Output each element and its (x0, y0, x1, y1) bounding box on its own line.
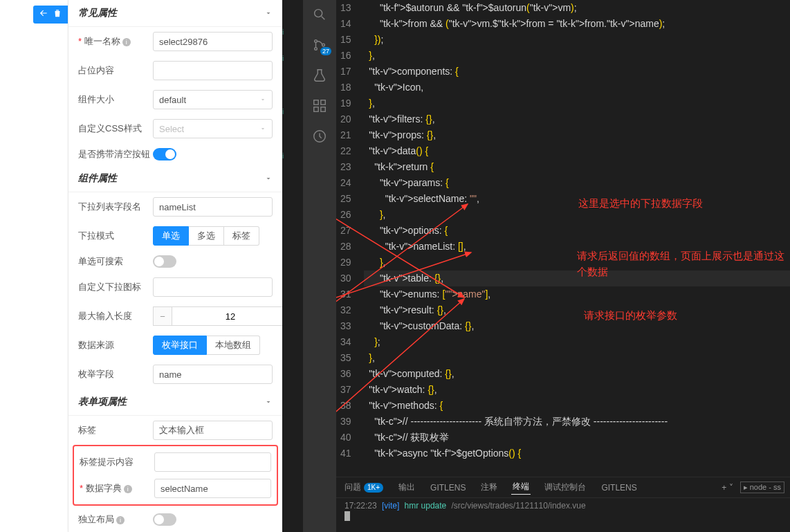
unique-name-input[interactable] (153, 32, 273, 51)
row-label-tip: 标签提示内容 (74, 449, 277, 475)
mode-tag[interactable]: 标签 (224, 226, 259, 246)
row-layout: 独立布局i (68, 508, 282, 531)
tab-debug[interactable]: 调试控制台 (543, 481, 587, 493)
terminal-cursor (345, 511, 350, 521)
svg-point-1 (315, 40, 318, 43)
terminal-panel: 问题1K+ 输出 GITLENS 注释 终端 调试控制台 GITLENS + ˅… (336, 477, 790, 532)
max-len-stepper[interactable]: − + (153, 306, 282, 326)
layout-toggle[interactable] (153, 513, 176, 526)
mode-single[interactable]: 单选 (153, 226, 189, 246)
ds-enum[interactable]: 枚举接口 (153, 336, 207, 355)
terminal-output[interactable]: 17:22:23 [vite] hmr update /src/views/tr… (336, 498, 790, 524)
svg-point-0 (315, 10, 322, 17)
row-form-label: 标签 (68, 416, 282, 445)
row-unique-name: 唯一名称i (68, 27, 282, 56)
ds-local[interactable]: 本地数组 (207, 336, 260, 355)
chevron-down-icon (264, 398, 273, 406)
row-data-source: 数据来源 枚举接口 本地数组 (68, 331, 282, 360)
extensions-icon[interactable] (311, 97, 329, 115)
activity-bar: 27 (303, 0, 336, 532)
search-icon[interactable] (311, 6, 329, 24)
svg-rect-4 (314, 100, 318, 104)
searchable-toggle[interactable] (153, 255, 176, 268)
info-icon: i (124, 485, 132, 493)
test-icon[interactable] (311, 66, 329, 84)
svg-rect-7 (321, 107, 325, 111)
tab-terminal[interactable]: 终端 (511, 481, 531, 495)
tab-gitlens1[interactable]: GITLENS (429, 483, 467, 493)
row-size: 组件大小 default (68, 85, 282, 114)
chevron-down-icon (264, 9, 273, 17)
chevron-down-icon (259, 125, 266, 132)
label-tip-input[interactable] (154, 452, 271, 472)
back-icon[interactable] (39, 8, 48, 21)
list-field-input[interactable] (153, 197, 273, 217)
timeline-icon[interactable] (311, 127, 329, 145)
row-mode: 下拉模式 单选 多选 标签 (68, 221, 282, 250)
data-dict-input[interactable] (154, 479, 271, 498)
svg-rect-5 (321, 100, 325, 104)
row-list-field: 下拉列表字段名 (68, 192, 282, 221)
chevron-down-icon (264, 174, 273, 183)
placeholder-input[interactable] (153, 61, 273, 80)
clear-toggle[interactable] (153, 148, 176, 160)
row-placeholder: 占位内容 (68, 56, 282, 85)
code-body[interactable]: 1314151617181920212223242526272829303132… (336, 0, 790, 477)
max-len-input[interactable] (172, 306, 282, 326)
size-select[interactable]: default (153, 90, 273, 109)
row-searchable: 单选可搜索 (68, 250, 282, 273)
row-max-len: 最大输入长度 − + (68, 302, 282, 331)
stepper-minus[interactable]: − (153, 306, 172, 326)
new-terminal-icon[interactable]: + ˅ (722, 483, 733, 493)
tab-gitlens2[interactable]: GITLENS (600, 483, 638, 493)
delete-icon[interactable] (53, 8, 62, 21)
row-enum-field: 枚举字段 (68, 360, 282, 389)
code-lines[interactable]: "tk-f">$autorun && "tk-f">$autorun("tk-v… (364, 0, 790, 477)
enum-field-input[interactable] (153, 365, 273, 384)
tab-output[interactable]: 输出 (397, 481, 416, 493)
code-editor: 27 1314151617181920212223242526272829303… (303, 0, 790, 532)
tab-comments[interactable]: 注释 (479, 481, 499, 493)
row-css: 自定义CSS样式 Select (68, 114, 282, 143)
editor-gutter-ghost: iiii (282, 0, 303, 532)
properties-panel: 常见属性 唯一名称i 占位内容 组件大小 default 自定义CSS样式 Se… (68, 0, 282, 532)
css-select[interactable]: Select (153, 119, 273, 138)
terminal-node[interactable]: ▸ node - ss (740, 481, 784, 493)
section-form[interactable]: 表单项属性 (68, 389, 282, 416)
designer-canvas-strip (0, 0, 68, 532)
info-icon: i (116, 516, 125, 524)
source-control-icon[interactable]: 27 (311, 36, 329, 54)
custom-icon-input[interactable] (153, 277, 273, 297)
row-clear-btn: 是否携带清空按钮 (68, 143, 282, 165)
line-gutter: 1314151617181920212223242526272829303132… (336, 0, 364, 477)
svg-point-2 (315, 48, 318, 51)
section-component[interactable]: 组件属性 (68, 165, 282, 192)
row-data-dict: 数据字典i (74, 475, 277, 502)
mode-group[interactable]: 单选 多选 标签 (153, 226, 273, 246)
selection-actions[interactable] (33, 6, 68, 24)
terminal-tabs[interactable]: 问题1K+ 输出 GITLENS 注释 终端 调试控制台 GITLENS + ˅… (336, 477, 790, 498)
chevron-down-icon (259, 96, 266, 103)
info-icon: i (122, 38, 131, 46)
mode-multi[interactable]: 多选 (189, 226, 224, 246)
section-common[interactable]: 常见属性 (68, 0, 282, 27)
datasource-group[interactable]: 枚举接口 本地数组 (153, 336, 273, 355)
svg-rect-6 (314, 107, 318, 111)
highlight-box: 标签提示内容 数据字典i (73, 445, 278, 506)
tab-problems[interactable]: 问题1K+ (343, 481, 385, 493)
form-label-input[interactable] (153, 421, 273, 440)
row-custom-icon: 自定义下拉图标 (68, 273, 282, 302)
